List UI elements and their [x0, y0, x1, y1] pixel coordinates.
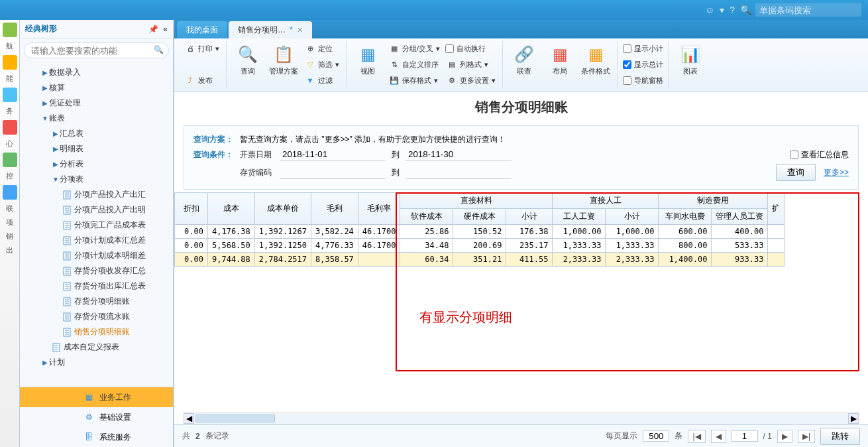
document-icon	[62, 282, 72, 291]
strip-label: 务	[6, 106, 13, 116]
customsort-button[interactable]: ⇅自定义排序	[388, 57, 441, 72]
sidebar-bottom-item[interactable]: ▦业务工作	[20, 387, 173, 407]
table-row[interactable]: 0.009,744.882,784.25178,358.5760.34351.2…	[175, 253, 785, 267]
query-button[interactable]: 🔍查询	[232, 41, 264, 76]
smile-icon[interactable]: ☺	[705, 5, 714, 15]
strip-label: 出	[6, 245, 13, 255]
tree-item[interactable]: 销售分项明细账	[20, 324, 173, 340]
last-page-button[interactable]: ▶|	[798, 430, 815, 443]
tree-item[interactable]: ▼账表	[20, 111, 173, 126]
chart-button[interactable]: 📊图表	[675, 41, 706, 76]
filter-button[interactable]: ▽筛选▾	[303, 57, 341, 72]
tree-item[interactable]: 成本自定义报表	[20, 340, 173, 355]
scroll-left-icon[interactable]: ◀	[184, 413, 194, 424]
tree-item[interactable]: ▶计划	[20, 355, 173, 370]
tabs: 我的桌面销售分项明…*✕	[174, 20, 868, 38]
pin-icon[interactable]: 📌	[148, 25, 158, 34]
tree-item[interactable]: ▶分析表	[20, 157, 173, 172]
strip-block[interactable]	[3, 88, 17, 102]
savefmt-button[interactable]: 💾保存格式▾	[388, 73, 441, 88]
stockcode-from-input[interactable]	[280, 166, 386, 179]
queryplan-hint: 暂无查询方案，请点击 "更多>>" 添加，有助于您更加方便快捷的进行查询！	[240, 134, 506, 145]
query-submit-button[interactable]: 查询	[776, 164, 816, 181]
pagesize-input[interactable]	[643, 430, 669, 442]
strip-block[interactable]	[3, 185, 17, 200]
tree-item[interactable]: ▼分项表	[20, 172, 173, 187]
strip-block[interactable]	[3, 23, 17, 37]
collapse-icon[interactable]: «	[163, 25, 168, 34]
showsubtotal-check[interactable]: 显示小计	[623, 41, 663, 56]
invoicedate-label: 开票日期	[240, 149, 280, 160]
tree-item[interactable]: ▶核算	[20, 80, 173, 96]
sidebar-bottom: ▦业务工作⚙基础设置🗄系统服务	[20, 387, 173, 447]
more-link[interactable]: 更多>>	[824, 167, 849, 178]
first-page-button[interactable]: |◀	[688, 430, 705, 443]
tree-item[interactable]: 分项计划成本汇总差	[20, 233, 173, 248]
h-scrollbar[interactable]: ◀ ▶	[184, 413, 859, 424]
tab[interactable]: 销售分项明…*✕	[229, 21, 312, 38]
date-from-input[interactable]	[280, 148, 386, 161]
tree-label: 凭证处理	[49, 97, 81, 109]
layout-button[interactable]: ▦布局	[544, 41, 576, 76]
document-icon	[62, 206, 72, 215]
tab[interactable]: 我的桌面	[177, 21, 227, 38]
prev-page-button[interactable]: ◀	[711, 430, 726, 443]
document-icon	[62, 267, 72, 276]
viewsummary-check[interactable]: 查看汇总信息	[790, 149, 849, 160]
tree-item[interactable]: 存货分项出库汇总表	[20, 279, 173, 294]
search-icon[interactable]: 🔍	[154, 45, 164, 54]
dropdown-icon[interactable]: ▾	[720, 5, 724, 15]
table-row[interactable]: 0.004,176.381,392.12673,582.2446.170025.…	[175, 225, 785, 239]
barcode-search-input[interactable]	[755, 3, 861, 17]
close-icon[interactable]: ✕	[297, 26, 303, 34]
navpane-check[interactable]: 导航窗格	[623, 73, 663, 88]
page-title: 销售分项明细账	[174, 92, 868, 123]
strip-block[interactable]	[3, 55, 17, 70]
sidebar-bottom-item[interactable]: 🗄系统服务	[20, 427, 173, 447]
autowrap-check[interactable]: 自动换行	[445, 41, 497, 56]
drill-button[interactable]: 🔗联查	[508, 41, 540, 76]
tree-label: 计划	[49, 357, 65, 368]
tree-label: 存货分项明细账	[74, 296, 130, 307]
strip-block[interactable]	[3, 120, 17, 135]
locate-button[interactable]: ⊕定位	[303, 41, 341, 56]
mgmt-plan-button[interactable]: 📋管理方案	[268, 41, 299, 76]
tree-item[interactable]: 分项完工产品成本表	[20, 218, 173, 233]
filter2-button[interactable]: ▼过滤	[303, 73, 341, 88]
colfmt-button[interactable]: ▤列格式▾	[445, 57, 497, 72]
publish-button[interactable]: ⤴发布	[184, 73, 221, 88]
scroll-right-icon[interactable]: ▶	[848, 413, 859, 424]
tree-label: 核算	[49, 82, 65, 94]
view-button[interactable]: ▦视图	[352, 41, 384, 76]
jump-button[interactable]: 跳转	[820, 428, 860, 445]
moreset-button[interactable]: ⚙更多设置▾	[445, 73, 497, 88]
tree-item[interactable]: 存货分项收发存汇总	[20, 263, 173, 279]
page-input[interactable]	[732, 430, 758, 442]
tree-item[interactable]: ▶凭证处理	[20, 96, 173, 111]
scroll-thumb[interactable]	[195, 415, 275, 422]
date-to-input[interactable]	[406, 148, 512, 161]
table-row[interactable]: 0.005,568.501,392.12504,776.3346.170034.…	[175, 239, 785, 253]
tree-item[interactable]: ▶明细表	[20, 141, 173, 157]
next-page-button[interactable]: ▶	[777, 430, 792, 443]
help-icon[interactable]: ?	[730, 5, 735, 15]
tree-item[interactable]: ▶数据录入	[20, 65, 173, 80]
caret-icon: ▼	[41, 115, 49, 122]
tree-item[interactable]: 分项计划成本明细差	[20, 248, 173, 263]
tree-item[interactable]: 存货分项明细账	[20, 294, 173, 309]
tree-item[interactable]: 分项产品投入产出汇	[20, 187, 173, 202]
strip-block[interactable]	[3, 153, 17, 167]
document-icon	[62, 236, 72, 245]
sidebar-search-input[interactable]	[24, 42, 169, 58]
stockcode-to-input[interactable]	[406, 166, 512, 179]
tree-item[interactable]: 分项产品投入产出明	[20, 202, 173, 218]
showtotal-check[interactable]: 显示总计	[623, 57, 663, 72]
document-icon	[62, 297, 72, 306]
print-button[interactable]: 🖨打印▾	[184, 41, 221, 56]
tree-label: 存货分项出库汇总表	[74, 281, 146, 292]
grouping-button[interactable]: ▦分组/交叉▾	[388, 41, 441, 56]
tree-item[interactable]: ▶汇总表	[20, 126, 173, 141]
tree-item[interactable]: 存货分项流水账	[20, 309, 173, 324]
sidebar-bottom-item[interactable]: ⚙基础设置	[20, 407, 173, 427]
condfmt-button[interactable]: ▦条件格式	[580, 41, 612, 76]
